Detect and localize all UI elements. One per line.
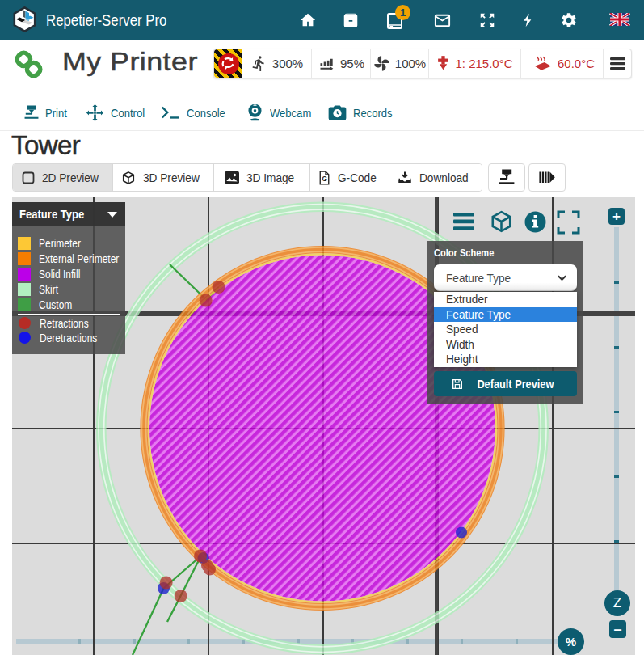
svg-text:G: G: [322, 175, 327, 182]
